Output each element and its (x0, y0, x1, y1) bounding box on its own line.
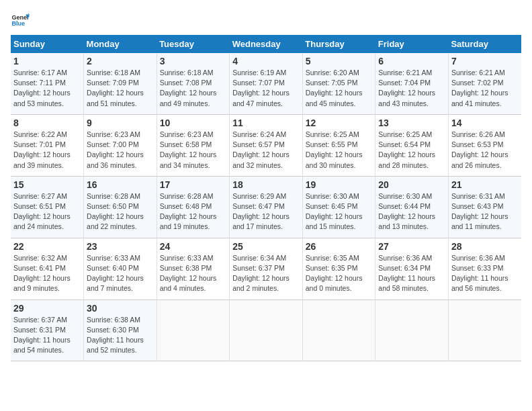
day-info: Sunrise: 6:21 AMSunset: 7:04 PMDaylight:… (378, 68, 445, 109)
day-cell: 1Sunrise: 6:17 AMSunset: 7:11 PMDaylight… (11, 53, 84, 114)
day-number: 27 (378, 241, 445, 252)
day-cell: 25Sunrise: 6:34 AMSunset: 6:37 PMDayligh… (230, 238, 303, 300)
day-cell: 13Sunrise: 6:25 AMSunset: 6:54 PMDayligh… (375, 114, 449, 176)
day-info: Sunrise: 6:23 AMSunset: 6:58 PMDaylight:… (160, 130, 227, 171)
day-info: Sunrise: 6:30 AMSunset: 6:45 PMDaylight:… (306, 191, 373, 232)
day-number: 29 (13, 303, 81, 314)
day-cell: 21Sunrise: 6:31 AMSunset: 6:43 PMDayligh… (448, 176, 521, 238)
day-number: 5 (306, 56, 373, 66)
day-info: Sunrise: 6:32 AMSunset: 6:41 PMDaylight:… (13, 253, 81, 294)
header-thursday: Thursday (302, 35, 375, 53)
day-info: Sunrise: 6:19 AMSunset: 7:07 PMDaylight:… (232, 68, 300, 109)
day-number: 21 (451, 179, 519, 190)
day-cell: 12Sunrise: 6:25 AMSunset: 6:55 PMDayligh… (302, 114, 375, 176)
header-row: SundayMondayTuesdayWednesdayThursdayFrid… (11, 35, 521, 53)
day-number: 18 (232, 179, 300, 190)
day-number: 25 (232, 241, 300, 252)
day-info: Sunrise: 6:25 AMSunset: 6:55 PMDaylight:… (306, 130, 373, 171)
day-info: Sunrise: 6:18 AMSunset: 7:09 PMDaylight:… (87, 68, 154, 109)
day-cell: 17Sunrise: 6:28 AMSunset: 6:48 PMDayligh… (157, 176, 230, 238)
day-number: 2 (87, 56, 154, 66)
day-info: Sunrise: 6:33 AMSunset: 6:38 PMDaylight:… (160, 253, 227, 294)
day-number: 13 (378, 118, 445, 128)
day-cell: 8Sunrise: 6:22 AMSunset: 7:01 PMDaylight… (11, 114, 84, 176)
header-friday: Friday (375, 35, 449, 53)
day-cell (157, 300, 230, 361)
day-cell (230, 300, 303, 361)
day-info: Sunrise: 6:35 AMSunset: 6:35 PMDaylight:… (306, 253, 373, 294)
day-cell: 6Sunrise: 6:21 AMSunset: 7:04 PMDaylight… (375, 53, 449, 114)
day-cell: 30Sunrise: 6:38 AMSunset: 6:30 PMDayligh… (84, 300, 157, 361)
day-cell: 5Sunrise: 6:20 AMSunset: 7:05 PMDaylight… (302, 53, 375, 114)
day-number: 17 (160, 179, 227, 190)
page-header: General Blue (11, 11, 521, 30)
day-info: Sunrise: 6:37 AMSunset: 6:31 PMDaylight:… (13, 315, 81, 356)
day-cell: 10Sunrise: 6:23 AMSunset: 6:58 PMDayligh… (157, 114, 230, 176)
day-number: 24 (160, 241, 227, 252)
day-info: Sunrise: 6:22 AMSunset: 7:01 PMDaylight:… (13, 130, 81, 171)
day-info: Sunrise: 6:34 AMSunset: 6:37 PMDaylight:… (232, 253, 300, 294)
day-info: Sunrise: 6:23 AMSunset: 7:00 PMDaylight:… (87, 130, 154, 171)
day-info: Sunrise: 6:31 AMSunset: 6:43 PMDaylight:… (451, 191, 519, 232)
day-cell: 28Sunrise: 6:36 AMSunset: 6:33 PMDayligh… (448, 238, 521, 300)
day-info: Sunrise: 6:26 AMSunset: 6:53 PMDaylight:… (451, 130, 519, 171)
day-cell: 9Sunrise: 6:23 AMSunset: 7:00 PMDaylight… (84, 114, 157, 176)
week-row-2: 8Sunrise: 6:22 AMSunset: 7:01 PMDaylight… (11, 114, 521, 176)
day-info: Sunrise: 6:21 AMSunset: 7:02 PMDaylight:… (451, 68, 519, 109)
day-info: Sunrise: 6:29 AMSunset: 6:47 PMDaylight:… (232, 191, 300, 232)
week-row-1: 1Sunrise: 6:17 AMSunset: 7:11 PMDaylight… (11, 53, 521, 114)
day-info: Sunrise: 6:36 AMSunset: 6:33 PMDaylight:… (451, 253, 519, 294)
week-row-5: 29Sunrise: 6:37 AMSunset: 6:31 PMDayligh… (11, 300, 521, 361)
day-number: 16 (87, 179, 154, 190)
week-row-4: 22Sunrise: 6:32 AMSunset: 6:41 PMDayligh… (11, 238, 521, 300)
calendar-table: SundayMondayTuesdayWednesdayThursdayFrid… (11, 35, 521, 361)
day-number: 4 (232, 56, 300, 66)
day-info: Sunrise: 6:28 AMSunset: 6:50 PMDaylight:… (87, 191, 154, 232)
day-cell: 11Sunrise: 6:24 AMSunset: 6:57 PMDayligh… (230, 114, 303, 176)
day-number: 28 (451, 241, 519, 252)
day-cell: 3Sunrise: 6:18 AMSunset: 7:08 PMDaylight… (157, 53, 230, 114)
svg-text:Blue: Blue (11, 20, 25, 27)
header-saturday: Saturday (448, 35, 521, 53)
day-info: Sunrise: 6:30 AMSunset: 6:44 PMDaylight:… (378, 191, 445, 232)
day-number: 20 (378, 179, 445, 190)
day-number: 8 (13, 118, 81, 128)
day-cell: 7Sunrise: 6:21 AMSunset: 7:02 PMDaylight… (448, 53, 521, 114)
header-tuesday: Tuesday (157, 35, 230, 53)
day-cell (302, 300, 375, 361)
day-number: 12 (306, 118, 373, 128)
day-cell (448, 300, 521, 361)
day-cell: 19Sunrise: 6:30 AMSunset: 6:45 PMDayligh… (302, 176, 375, 238)
day-number: 1 (13, 56, 81, 66)
day-number: 14 (451, 118, 519, 128)
header-monday: Monday (84, 35, 157, 53)
day-number: 10 (160, 118, 227, 128)
day-number: 30 (87, 303, 154, 314)
day-cell: 24Sunrise: 6:33 AMSunset: 6:38 PMDayligh… (157, 238, 230, 300)
day-info: Sunrise: 6:24 AMSunset: 6:57 PMDaylight:… (232, 130, 300, 171)
day-cell: 26Sunrise: 6:35 AMSunset: 6:35 PMDayligh… (302, 238, 375, 300)
day-info: Sunrise: 6:27 AMSunset: 6:51 PMDaylight:… (13, 191, 81, 232)
day-info: Sunrise: 6:28 AMSunset: 6:48 PMDaylight:… (160, 191, 227, 232)
day-number: 26 (306, 241, 373, 252)
day-number: 15 (13, 179, 81, 190)
day-cell: 14Sunrise: 6:26 AMSunset: 6:53 PMDayligh… (448, 114, 521, 176)
day-number: 11 (232, 118, 300, 128)
day-cell: 2Sunrise: 6:18 AMSunset: 7:09 PMDaylight… (84, 53, 157, 114)
day-number: 22 (13, 241, 81, 252)
logo: General Blue (11, 11, 32, 30)
day-cell: 4Sunrise: 6:19 AMSunset: 7:07 PMDaylight… (230, 53, 303, 114)
day-cell: 22Sunrise: 6:32 AMSunset: 6:41 PMDayligh… (11, 238, 84, 300)
week-row-3: 15Sunrise: 6:27 AMSunset: 6:51 PMDayligh… (11, 176, 521, 238)
day-cell (375, 300, 449, 361)
day-info: Sunrise: 6:17 AMSunset: 7:11 PMDaylight:… (13, 68, 81, 109)
day-cell: 20Sunrise: 6:30 AMSunset: 6:44 PMDayligh… (375, 176, 449, 238)
day-number: 9 (87, 118, 154, 128)
day-number: 19 (306, 179, 373, 190)
day-number: 7 (451, 56, 519, 66)
day-info: Sunrise: 6:33 AMSunset: 6:40 PMDaylight:… (87, 253, 154, 294)
day-cell: 18Sunrise: 6:29 AMSunset: 6:47 PMDayligh… (230, 176, 303, 238)
day-info: Sunrise: 6:18 AMSunset: 7:08 PMDaylight:… (160, 68, 227, 109)
day-number: 23 (87, 241, 154, 252)
day-cell: 23Sunrise: 6:33 AMSunset: 6:40 PMDayligh… (84, 238, 157, 300)
